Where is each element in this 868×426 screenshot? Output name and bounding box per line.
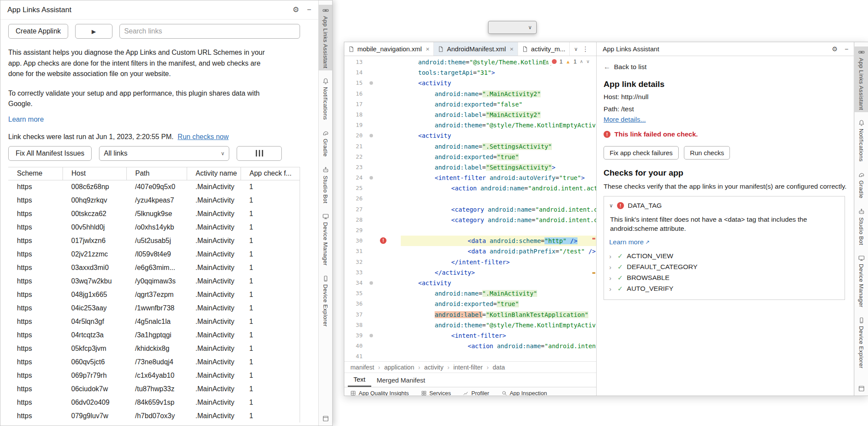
code-line[interactable]: 37android:label="KotlinBlankTestApplicat… (344, 310, 596, 320)
tool-strip-item-device-explorer[interactable]: Device Explorer (319, 273, 332, 329)
tool-strip-item-device-manager[interactable]: Device Manager (319, 211, 332, 268)
gear-icon[interactable]: ⚙ (832, 45, 838, 53)
code-line[interactable]: 23android:label="SettingsActivity"> (344, 162, 596, 173)
tool-window-button[interactable]: App Quality Insights (350, 387, 409, 396)
column-header[interactable]: Scheme (8, 167, 63, 180)
run-checks-now-link[interactable]: Run checks now (178, 133, 228, 140)
run-link-button[interactable]: ▶ (75, 24, 112, 39)
code-line[interactable]: 14tools:targetApi="31"> (344, 67, 596, 78)
table-row[interactable]: https04rtcqtz3a/3a1hgptqgi.MainActivity1 (8, 328, 300, 342)
tool-strip-item-notifications[interactable]: Notifications (319, 76, 332, 122)
code-editor[interactable]: 13android:theme="@style/Theme.KotlinEmp1… (344, 56, 596, 361)
gutter-fold-icon[interactable] (370, 176, 373, 180)
code-line[interactable]: 22android:exported="true" (344, 152, 596, 162)
gutter-fold-icon[interactable] (370, 81, 373, 85)
close-icon[interactable]: × (426, 45, 429, 53)
window-icon[interactable] (322, 415, 329, 422)
inspections-widget[interactable]: 1 ▲ 1 ∧ ∨ (548, 57, 594, 66)
code-line[interactable]: 36android:exported="true" (344, 299, 596, 309)
breadcrumb-item[interactable]: activity (424, 364, 443, 371)
learn-more-link[interactable]: Learn more ↗ (609, 238, 650, 246)
minimize-icon[interactable]: − (845, 45, 848, 53)
tool-strip-item-device-manager[interactable]: Device Manager (855, 253, 868, 310)
editor-mode-tab[interactable]: Text (348, 373, 371, 387)
passed-check-row[interactable]: ›✓BROWSABLE (609, 274, 839, 282)
code-line[interactable]: 41 (344, 351, 596, 361)
table-row[interactable]: https00v5hhld0j/o0xhs14ykb.MainActivity1 (8, 220, 300, 234)
more-details-link[interactable]: More details... (604, 116, 646, 123)
code-line[interactable]: 25<action android:name="android.intent.a… (344, 183, 596, 193)
table-row[interactable]: https04r5lqn3gf/4g5nalc1la.MainActivity1 (8, 315, 300, 328)
close-icon[interactable]: × (510, 45, 514, 53)
table-row[interactable]: https03axxd3mi0/e6g63mim....MainActivity… (8, 261, 300, 274)
gutter-error-icon[interactable]: ! (380, 237, 386, 244)
tool-window-button[interactable]: Services (421, 387, 451, 396)
gutter-fold-icon[interactable] (370, 134, 373, 137)
table-row[interactable]: https060qv5jct6/73ne8udqj4.MainActivity1 (8, 355, 300, 369)
code-line[interactable]: 30!<data android:scheme="http" /> (344, 236, 596, 246)
code-line[interactable]: 19android:theme="@style/Theme.KotlinEmpt… (344, 120, 596, 130)
editor-tab[interactable]: AndroidManifest.xml× (434, 42, 518, 56)
table-row[interactable]: https069p7r79rh/c1x64yab10.MainActivity1 (8, 369, 300, 382)
code-line[interactable]: 31<data android:pathPrefix="/test" /> (344, 246, 596, 256)
tabs-overflow-chevron-icon[interactable]: ∨ (574, 46, 578, 52)
next-issue-icon[interactable]: ∨ (586, 59, 590, 64)
column-header[interactable]: Activity name (187, 167, 241, 180)
breadcrumb-item[interactable]: intent-filter (453, 364, 483, 371)
table-row[interactable]: https048jg1x665/qgrt37ezpm.MainActivity1 (8, 288, 300, 301)
code-line[interactable]: 16android:name=".MainActivity2" (344, 89, 596, 99)
chevron-down-icon[interactable]: ∨ (528, 24, 532, 30)
column-header[interactable]: Host (63, 167, 126, 180)
tabs-more-icon[interactable]: ⋮ (582, 45, 589, 53)
editor-tab[interactable]: mobile_navigation.xml× (344, 42, 434, 56)
passed-check-row[interactable]: ›✓AUTO_VERIFY (609, 285, 839, 293)
code-line[interactable]: 34<activity (344, 278, 596, 288)
column-header[interactable]: Path (126, 167, 187, 180)
tool-strip-item-studio-bot[interactable]: Studio Bot (319, 164, 332, 206)
editor-tab[interactable]: activity_m... (518, 42, 570, 56)
column-header[interactable]: App check f... (241, 167, 300, 180)
tool-strip-item-notifications[interactable]: Notifications (855, 117, 868, 164)
code-line[interactable]: 24<intent-filter android:autoVerify="tru… (344, 173, 596, 183)
code-line[interactable]: 27<category android:name="android.intent… (344, 204, 596, 215)
learn-more-link[interactable]: Learn more (8, 116, 44, 123)
gutter-fold-icon[interactable] (370, 281, 373, 285)
back-to-list-link[interactable]: ← Back to list (604, 63, 647, 71)
code-line[interactable]: 15<activity (344, 78, 596, 88)
code-line[interactable]: 35android:name=".MainActivity" (344, 288, 596, 299)
tool-strip-item-gradle[interactable]: Gradle (319, 127, 332, 159)
tool-window-button[interactable]: App Inspection (502, 387, 547, 396)
code-line[interactable]: 38android:theme="@style/Theme.KotlinEmpt… (344, 320, 596, 330)
fix-app-check-failures-button[interactable]: Fix app check failures (604, 146, 679, 160)
table-row[interactable]: https079g9luv7w/h7bd07ox3y.MainActivity1 (8, 409, 300, 423)
table-row[interactable]: https05kfcp3jvm/khidckix8g.MainActivity1 (8, 342, 300, 355)
table-row[interactable]: https06dv02o409/84k659v1sp.MainActivity1 (8, 396, 300, 409)
create-applink-button[interactable]: Create Applink (8, 24, 68, 39)
code-line[interactable]: 20<activity (344, 130, 596, 141)
table-row[interactable]: https03wq7w2kbu/y0qqimaw3s.MainActivity1 (8, 274, 300, 288)
passed-check-row[interactable]: ›✓DEFAULT_CATEGORY (609, 263, 839, 271)
run-checks-button[interactable]: Run checks (684, 146, 730, 160)
table-row[interactable]: https00hq9zrkqv/yzu4kpeas7.MainActivity1 (8, 193, 300, 207)
prev-issue-icon[interactable]: ∧ (580, 59, 583, 64)
breadcrumb-item[interactable]: application (384, 364, 414, 371)
breadcrumb-item[interactable]: data (493, 364, 505, 371)
gutter-fold-icon[interactable] (370, 334, 373, 337)
code-line[interactable]: 17android:exported="false" (344, 99, 596, 110)
code-line[interactable]: 40<action android:name="android.intent.a… (344, 341, 596, 351)
column-settings-button[interactable] (237, 146, 282, 161)
code-line[interactable]: 21android:name=".SettingsActivity" (344, 141, 596, 152)
search-links-input[interactable] (119, 24, 300, 39)
gear-icon[interactable]: ⚙ (293, 5, 299, 14)
failed-check-row[interactable]: ∨ ! DATA_TAG (609, 202, 839, 210)
editor-mode-tab[interactable]: Merged Manifest (371, 373, 431, 387)
minimize-icon[interactable]: − (307, 6, 311, 14)
table-row[interactable]: https00tskcza62/5lknugk9se.MainActivity1 (8, 207, 300, 220)
table-row[interactable]: https02jv21zzmc/l059v8t4e9.MainActivity1 (8, 247, 300, 261)
table-row[interactable]: https008c6z68np/407e09q5x0.MainActivity1 (8, 180, 300, 193)
code-line[interactable]: 28<category android:name="android.intent… (344, 215, 596, 225)
code-line[interactable]: 18android:label="MainActivity2" (344, 110, 596, 120)
passed-check-row[interactable]: ›✓ACTION_VIEW (609, 252, 839, 260)
window-icon[interactable] (858, 385, 865, 392)
code-line[interactable]: 26 (344, 193, 596, 204)
